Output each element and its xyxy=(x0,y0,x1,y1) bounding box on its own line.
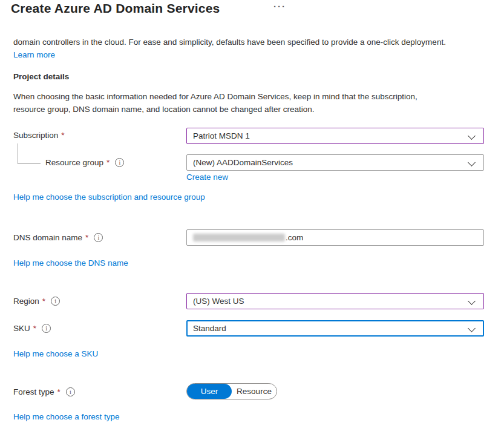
chevron-down-icon xyxy=(468,159,476,166)
forest-type-option-resource[interactable]: Resource xyxy=(232,384,277,399)
region-value: (US) West US xyxy=(193,297,244,306)
info-icon[interactable]: i xyxy=(51,297,60,306)
chevron-down-icon xyxy=(468,132,476,140)
resource-group-label: Resource group * i xyxy=(45,158,124,167)
info-icon[interactable]: i xyxy=(66,387,75,396)
help-forest-type-link[interactable]: Help me choose a forest type xyxy=(13,412,120,421)
help-dns-name-link[interactable]: Help me choose the DNS name xyxy=(13,258,128,268)
chevron-down-icon xyxy=(468,324,476,332)
page-title: Create Azure AD Domain Services xyxy=(11,1,220,16)
project-details-heading: Project details xyxy=(13,72,69,81)
subscription-value: Patriot MSDN 1 xyxy=(193,131,250,140)
info-icon[interactable]: i xyxy=(115,158,124,167)
help-subscription-resource-group-link[interactable]: Help me choose the subscription and reso… xyxy=(13,192,205,202)
subscription-dropdown[interactable]: Patriot MSDN 1 xyxy=(186,128,484,144)
required-asterisk: * xyxy=(57,387,61,396)
help-sku-link[interactable]: Help me choose a SKU xyxy=(13,349,98,358)
dns-domain-name-label: DNS domain name * i xyxy=(13,233,103,242)
intro-text: domain controllers in the cloud. For eas… xyxy=(13,38,446,47)
forest-type-label: Forest type * i xyxy=(13,387,75,396)
info-icon[interactable]: i xyxy=(94,233,103,242)
sku-value: Standard xyxy=(193,324,226,333)
forest-type-option-user[interactable]: User xyxy=(187,384,232,399)
more-options-button[interactable]: ··· xyxy=(273,1,286,12)
create-aadds-page: Create Azure AD Domain Services ··· doma… xyxy=(0,0,504,437)
sku-label: SKU * i xyxy=(13,324,51,333)
info-icon[interactable]: i xyxy=(42,324,51,333)
chevron-down-icon xyxy=(468,297,476,305)
redacted-domain-value xyxy=(193,234,285,242)
hierarchy-connector xyxy=(18,143,41,164)
sku-dropdown[interactable]: Standard xyxy=(186,320,484,337)
dns-domain-name-input[interactable]: .com xyxy=(186,229,484,246)
project-details-description: When choosing the basic information need… xyxy=(13,90,447,116)
resource-group-dropdown[interactable]: (New) AADDomainServices xyxy=(186,154,484,171)
required-asterisk: * xyxy=(42,297,45,306)
create-new-link[interactable]: Create new xyxy=(186,172,228,182)
required-asterisk: * xyxy=(106,158,110,167)
forest-type-toggle: User Resource xyxy=(186,383,277,399)
required-asterisk: * xyxy=(33,324,36,333)
resource-group-value: (New) AADDomainServices xyxy=(193,158,293,167)
intro-paragraph: domain controllers in the cloud. For eas… xyxy=(13,36,447,61)
required-asterisk: * xyxy=(85,233,88,242)
subscription-label: Subscription * xyxy=(13,131,65,140)
region-dropdown[interactable]: (US) West US xyxy=(186,293,484,309)
region-label: Region * i xyxy=(13,297,60,306)
dns-domain-suffix: .com xyxy=(286,233,303,242)
required-asterisk: * xyxy=(61,131,64,140)
learn-more-link[interactable]: Learn more xyxy=(13,50,55,59)
